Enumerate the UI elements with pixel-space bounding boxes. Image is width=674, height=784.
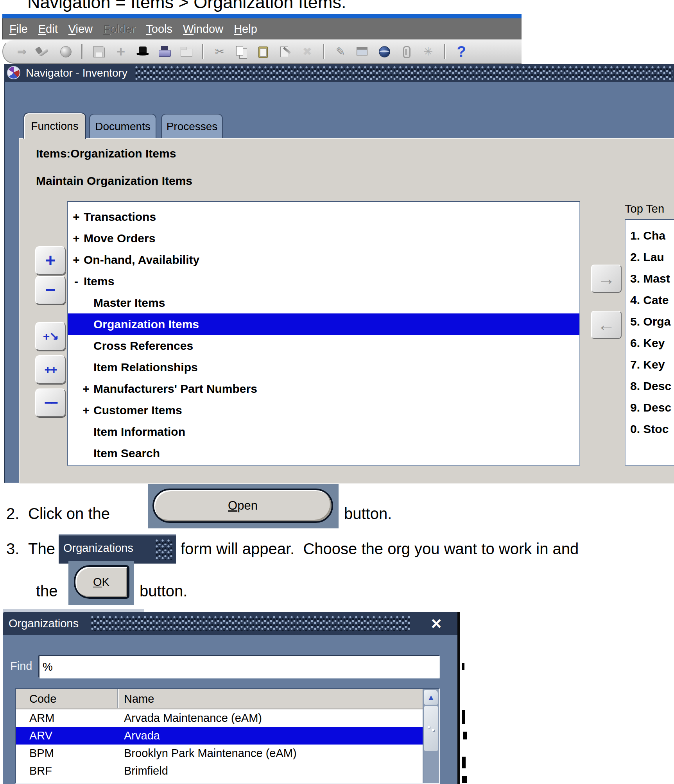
- tree-item[interactable]: Master Items: [68, 292, 579, 313]
- step3-line2-suffix: button.: [140, 582, 187, 600]
- menu-file[interactable]: File: [9, 23, 28, 36]
- navigator-window-title: Navigator - Inventory: [26, 67, 127, 79]
- close-form-icon[interactable]: [179, 44, 194, 59]
- tools-icon[interactable]: ✳: [420, 44, 436, 59]
- scrollbar-up-icon[interactable]: ▲: [424, 689, 438, 705]
- tree-expand-marker[interactable]: +: [71, 210, 81, 224]
- top-ten-item[interactable]: 4. Cate: [626, 289, 674, 311]
- print-icon[interactable]: [157, 44, 172, 59]
- close-icon[interactable]: ×: [425, 613, 447, 634]
- edit-field-icon[interactable]: ✎: [333, 44, 348, 59]
- top-ten-item[interactable]: 3. Mast: [626, 268, 674, 289]
- tree-item[interactable]: + Move Orders: [68, 227, 579, 249]
- toolbar-separator: [323, 44, 325, 59]
- folder-tools-icon[interactable]: [355, 44, 370, 59]
- menu-folder[interactable]: Folder: [103, 23, 135, 36]
- org-table-row[interactable]: ARM Arvada Maintenance (eAM): [16, 709, 439, 727]
- tree-expand-marker[interactable]: -: [71, 275, 81, 288]
- expand-button[interactable]: +: [35, 246, 66, 275]
- tree-item[interactable]: + Customer Items: [68, 399, 579, 421]
- save-icon[interactable]: [91, 44, 107, 59]
- top-ten-item[interactable]: 7. Key: [626, 354, 674, 375]
- open-button-screenshot: Open: [148, 484, 339, 528]
- top-ten-item[interactable]: 8. Desc: [626, 375, 674, 397]
- find-icon[interactable]: [36, 44, 52, 59]
- column-header-name: Name: [124, 693, 154, 705]
- torn-text-fragment: [462, 757, 466, 768]
- tree-item-label: Master Items: [93, 296, 165, 310]
- menu-edit[interactable]: Edit: [38, 23, 58, 36]
- tree-item[interactable]: + Manufacturers' Part Numbers: [68, 378, 579, 399]
- tree-expand-marker[interactable]: +: [71, 253, 81, 267]
- tree-item-label: On-hand, Availability: [84, 253, 199, 267]
- step2-suffix: button.: [344, 505, 392, 523]
- top-ten-item[interactable]: 0. Stoc: [626, 418, 674, 440]
- tab-documents[interactable]: Documents: [89, 114, 156, 139]
- top-ten-item[interactable]: 2. Lau: [626, 246, 674, 268]
- open-button[interactable]: Open: [152, 489, 333, 523]
- menu-view[interactable]: View: [68, 23, 93, 36]
- tree-item[interactable]: + On-hand, Availability: [68, 249, 579, 270]
- org-code-cell: BPM: [16, 747, 124, 760]
- expand-all-button[interactable]: ++: [35, 355, 66, 384]
- button-glyph: ++: [44, 364, 56, 375]
- org-code-cell: BRF: [16, 764, 124, 777]
- clear-record-icon[interactable]: [278, 44, 293, 59]
- ok-button-screenshot: OK: [68, 561, 134, 605]
- organizations-window-name-chip: Organizations: [59, 534, 176, 564]
- new-icon[interactable]: ⇒: [14, 44, 30, 59]
- remove-from-top-ten-button[interactable]: ←: [591, 311, 622, 339]
- switch-responsibility-icon[interactable]: [135, 44, 151, 59]
- org-code-cell: ARM: [16, 712, 124, 725]
- tree-item-label: Cross References: [93, 339, 193, 353]
- tree-item[interactable]: - Items: [68, 270, 579, 292]
- help-icon[interactable]: ?: [454, 44, 469, 59]
- navigator-icon[interactable]: [58, 44, 73, 59]
- menu-tools[interactable]: Tools: [146, 23, 172, 36]
- delete-icon[interactable]: ✖: [299, 44, 315, 59]
- scrollbar-thumb[interactable]: [424, 706, 438, 751]
- org-table-row[interactable]: ARV Arvada: [16, 727, 439, 745]
- tree-item[interactable]: Item Relationships: [68, 356, 579, 378]
- org-table-row[interactable]: BPM Brooklyn Park Maintenance (eAM): [16, 745, 439, 762]
- tree-item[interactable]: + Transactions: [68, 206, 579, 227]
- top-ten-item[interactable]: 6. Key: [626, 332, 674, 354]
- paste-icon[interactable]: [256, 44, 271, 59]
- table-rows: ARM Arvada Maintenance (eAM) ARV Arvada …: [16, 709, 439, 780]
- step3-text-suffix: form will appear. Choose the org you wan…: [181, 540, 579, 558]
- org-table-row[interactable]: BRF Brimfield: [16, 762, 439, 780]
- tab-functions[interactable]: Functions: [23, 113, 86, 139]
- tree-item[interactable]: Item Information: [68, 421, 579, 442]
- find-input[interactable]: [38, 655, 439, 678]
- collapse-button[interactable]: −: [35, 276, 66, 304]
- cut-icon[interactable]: ✂: [212, 44, 228, 59]
- top-ten-item[interactable]: 9. Desc: [626, 397, 674, 418]
- tree-expand-marker[interactable]: +: [81, 382, 91, 396]
- top-ten-item[interactable]: 5. Orga: [626, 311, 674, 332]
- organizations-dialog-title: Organizations: [9, 617, 79, 630]
- translations-icon[interactable]: [376, 44, 392, 59]
- copy-icon[interactable]: [234, 44, 249, 59]
- tree-item[interactable]: Item Search: [68, 442, 579, 464]
- table-scrollbar[interactable]: ▲: [423, 689, 439, 783]
- attachments-icon[interactable]: [398, 44, 414, 59]
- top-ten-list: 1. Cha2. Lau3. Mast4. Cate5. Orga6. Key7…: [625, 219, 674, 466]
- top-ten-item[interactable]: 1. Cha: [626, 225, 674, 246]
- ok-button[interactable]: OK: [74, 565, 129, 599]
- tree-item[interactable]: Cross References: [68, 335, 579, 356]
- button-glyph: +↘: [43, 331, 58, 342]
- add-to-top-ten-button[interactable]: →: [591, 265, 622, 293]
- torn-text-fragment: [462, 776, 467, 783]
- collapse-all-button[interactable]: −−: [35, 388, 66, 417]
- tree-expand-marker[interactable]: +: [81, 404, 91, 417]
- tree-expand-marker[interactable]: +: [71, 232, 81, 245]
- tree-item[interactable]: Organization Items: [68, 313, 579, 335]
- next-step-icon[interactable]: +: [113, 44, 129, 59]
- menu-help[interactable]: Help: [234, 23, 257, 36]
- tree-item-label: Organization Items: [93, 318, 199, 331]
- menu-window[interactable]: Window: [183, 23, 223, 36]
- torn-text-fragment: [463, 732, 467, 739]
- selected-path-title: Items:Organization Items: [36, 147, 176, 160]
- tab-processes[interactable]: Processes: [161, 114, 223, 139]
- expand-branch-button[interactable]: +↘: [35, 322, 66, 351]
